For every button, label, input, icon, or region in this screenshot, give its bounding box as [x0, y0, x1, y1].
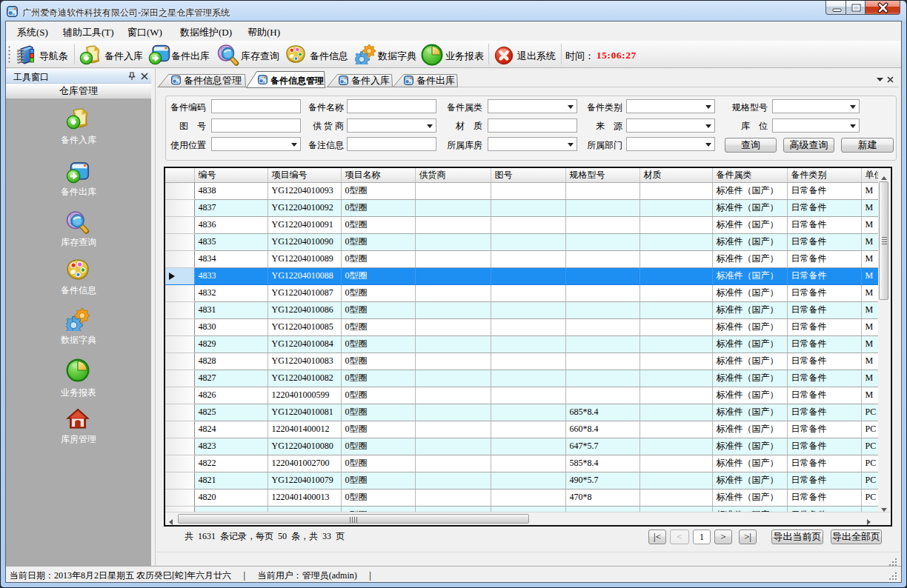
svg-text:备件出库: 备件出库 — [416, 75, 455, 86]
svg-text:备件入库: 备件入库 — [351, 75, 390, 86]
svg-text:备件信息管理: 备件信息管理 — [270, 76, 324, 86]
svg-text:备件信息管理: 备件信息管理 — [184, 75, 242, 86]
